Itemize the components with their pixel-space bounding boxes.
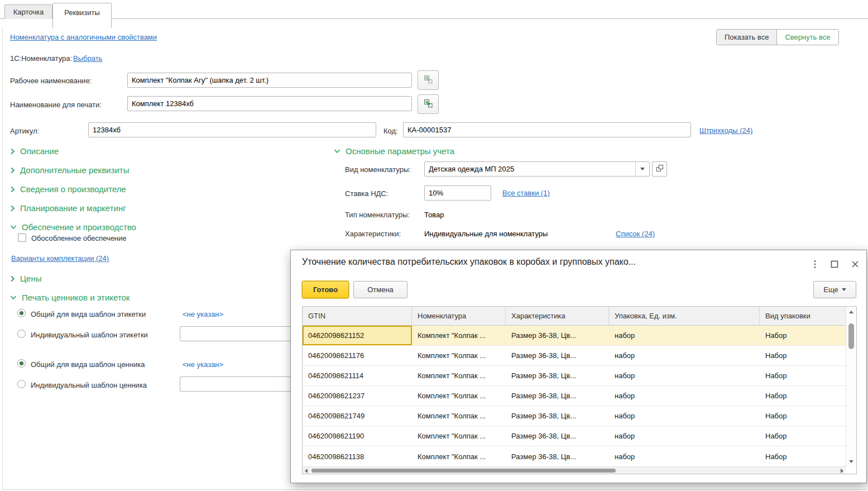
scroll-right-icon[interactable] [841, 469, 843, 473]
section-description[interactable]: Описание [10, 146, 59, 156]
section-prices[interactable]: Цены [10, 274, 42, 283]
section-main-params[interactable]: Основные параметры учета [334, 146, 454, 156]
cell-nomenclature[interactable]: Комплект "Колпак ... [412, 326, 506, 345]
copy-working-name-button[interactable] [418, 70, 439, 90]
column-header-gtin[interactable]: GTIN [303, 307, 412, 325]
cell-package-kind[interactable]: Набор [760, 386, 846, 406]
table-row[interactable]: 04620098621237 Комплект "Колпак ... Разм… [303, 386, 846, 406]
column-header-package-kind[interactable]: Вид упаковки [760, 307, 846, 325]
cell-gtin[interactable]: 04620098621237 [303, 386, 412, 406]
cell-characteristic[interactable]: Размер 36-38, Цв... [506, 406, 609, 426]
column-header-package[interactable]: Упаковка, Ед. изм. [609, 307, 760, 325]
label-common-value[interactable]: <не указан> [183, 310, 223, 318]
vat-input[interactable] [424, 185, 491, 201]
column-header-characteristic[interactable]: Характеристика [506, 307, 609, 325]
tab-requisites[interactable]: Реквизиты [52, 3, 112, 28]
label-individual-radio[interactable] [17, 330, 26, 338]
cell-gtin[interactable]: 04620098621176 [303, 346, 412, 365]
copy-green-icon [423, 98, 434, 111]
tab-card[interactable]: Карточка [4, 4, 52, 19]
cell-package-kind[interactable]: Набор [760, 446, 846, 466]
scroll-down-icon[interactable] [849, 460, 853, 463]
cell-characteristic[interactable]: Размер 36-38, Цв... [506, 446, 609, 466]
working-name-input[interactable] [127, 73, 412, 88]
cell-characteristic[interactable]: Размер 36-38, Цв... [506, 366, 609, 385]
section-manufacturer-label: Сведения о производителе [20, 184, 126, 194]
cell-characteristic[interactable]: Размер 36-38, Цв... [506, 386, 609, 406]
cell-nomenclature[interactable]: Комплект "Колпак ... [412, 426, 506, 446]
cell-gtin[interactable]: 04620098621152 [303, 326, 412, 345]
characteristics-list-link[interactable]: Список (24) [616, 230, 655, 238]
table-row[interactable]: 04620098621138 Комплект "Колпак ... Разм… [303, 446, 846, 466]
nomenclature-1c-label: 1С:Номенклатура: [10, 54, 72, 63]
table-row[interactable]: 04620098621190 Комплект "Колпак ... Разм… [303, 426, 846, 446]
cell-package[interactable]: набор [609, 426, 760, 446]
separate-supply-checkbox[interactable] [18, 233, 26, 242]
cell-characteristic[interactable]: Размер 36-38, Цв... [506, 326, 609, 345]
cell-nomenclature[interactable]: Комплект "Колпак ... [412, 386, 506, 406]
section-additional[interactable]: Дополнительные реквизиты [10, 165, 129, 175]
scroll-up-icon[interactable] [849, 311, 853, 313]
barcodes-link[interactable]: Штрихкоды (24) [699, 126, 752, 135]
cell-package-kind[interactable]: Набор [760, 426, 846, 446]
more-button[interactable]: Еще [813, 281, 856, 298]
all-vat-rates-link[interactable]: Все ставки (1) [502, 189, 550, 197]
cell-package[interactable]: набор [609, 346, 760, 365]
cell-nomenclature[interactable]: Комплект "Колпак ... [412, 446, 506, 466]
kind-open-button[interactable] [652, 161, 667, 177]
cell-package[interactable]: набор [609, 386, 760, 406]
section-supply[interactable]: Обеспечение и производство [10, 222, 136, 232]
section-planning[interactable]: Планирование и маркетинг [10, 203, 126, 213]
table-row[interactable]: 04620098621152 Комплект "Колпак ... Разм… [303, 326, 846, 346]
horizontal-scrollbar-thumb[interactable] [311, 469, 616, 473]
table-row[interactable]: 04620098621176 Комплект "Колпак ... Разм… [303, 346, 846, 366]
maximize-icon[interactable] [828, 259, 841, 270]
table-row[interactable]: 04620098621749 Комплект "Колпак ... Разм… [303, 406, 846, 426]
table-row[interactable]: 04620098621114 Комплект "Колпак ... Разм… [303, 366, 846, 386]
cell-characteristic[interactable]: Размер 36-38, Цв... [506, 346, 609, 365]
vertical-scrollbar[interactable] [846, 307, 856, 467]
collapse-all-button[interactable]: Свернуть все [777, 30, 838, 45]
cell-nomenclature[interactable]: Комплект "Колпак ... [412, 346, 506, 365]
cell-package-kind[interactable]: Набор [760, 406, 846, 426]
cell-gtin[interactable]: 04620098621138 [303, 446, 412, 466]
article-input[interactable] [88, 122, 376, 137]
cell-package[interactable]: набор [609, 406, 760, 426]
cancel-button[interactable]: Отмена [353, 281, 407, 298]
section-manufacturer[interactable]: Сведения о производителе [10, 184, 126, 194]
cell-gtin[interactable]: 04620098621114 [303, 366, 412, 385]
print-name-input[interactable] [127, 96, 412, 111]
variants-link[interactable]: Варианты комплектации (24) [11, 254, 109, 263]
cell-package[interactable]: набор [609, 366, 760, 385]
cell-nomenclature[interactable]: Комплект "Колпак ... [412, 366, 506, 385]
section-print-tags[interactable]: Печать ценников и этикеток [10, 293, 130, 302]
similar-nomenclature-link[interactable]: Номенклатура с аналогичными свойствами [10, 33, 157, 41]
vertical-scrollbar-thumb[interactable] [848, 323, 854, 349]
select-1c-link[interactable]: Выбрать [73, 54, 102, 63]
cell-characteristic[interactable]: Размер 36-38, Цв... [506, 426, 609, 446]
close-icon[interactable] [849, 259, 861, 270]
pricetag-common-radio[interactable] [17, 359, 26, 368]
more-menu-icon[interactable] [809, 259, 821, 270]
pricetag-common-value[interactable]: <не указан> [183, 360, 223, 369]
cell-package[interactable]: набор [609, 326, 760, 345]
show-all-button[interactable]: Показать все [717, 30, 777, 45]
code-input[interactable] [403, 122, 691, 137]
cell-gtin[interactable]: 04620098621190 [303, 426, 412, 446]
done-button[interactable]: Готово [302, 281, 349, 298]
cell-package-kind[interactable]: Набор [760, 326, 846, 345]
copy-print-name-button[interactable] [418, 94, 439, 114]
cell-package[interactable]: набор [609, 446, 760, 466]
cell-nomenclature[interactable]: Комплект "Колпак ... [412, 406, 506, 426]
cell-package-kind[interactable]: Набор [760, 366, 846, 385]
column-header-nomenclature[interactable]: Номенклатура [412, 307, 506, 325]
pricetag-individual-radio[interactable] [17, 380, 26, 388]
horizontal-scrollbar[interactable] [303, 466, 846, 474]
kind-dropdown-button[interactable] [635, 162, 649, 176]
scroll-left-icon[interactable] [305, 469, 308, 473]
cell-gtin[interactable]: 04620098621749 [303, 406, 412, 426]
chevron-down-icon [842, 288, 846, 291]
kind-input[interactable] [425, 162, 635, 176]
label-common-radio[interactable] [17, 309, 26, 317]
cell-package-kind[interactable]: Набор [760, 346, 846, 365]
